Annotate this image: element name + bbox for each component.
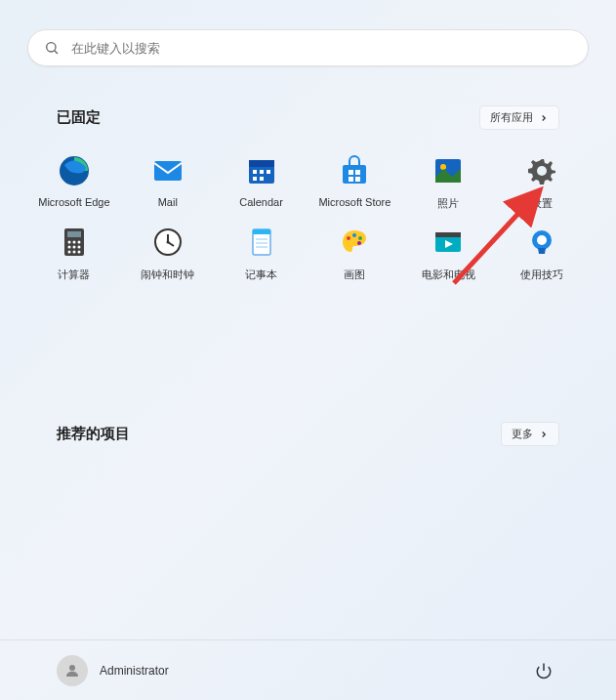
svg-point-41 — [358, 236, 362, 240]
search-icon — [44, 40, 60, 56]
recommended-header: 推荐的项目 更多 — [57, 422, 559, 446]
app-tile-calendar[interactable]: Calendar — [215, 149, 308, 217]
svg-point-28 — [72, 251, 75, 254]
app-tile-clock[interactable]: 闹钟和时钟 — [121, 221, 215, 288]
paint-icon — [339, 226, 370, 258]
app-label: Microsoft Edge — [38, 196, 109, 208]
svg-point-25 — [72, 246, 75, 249]
recommended-title: 推荐的项目 — [57, 425, 130, 443]
app-label: 闹钟和时钟 — [141, 268, 194, 282]
calculator-icon — [59, 226, 90, 258]
svg-rect-5 — [249, 160, 274, 167]
app-tile-settings[interactable]: 设置 — [495, 149, 589, 217]
all-apps-button[interactable]: 所有应用 — [479, 105, 559, 130]
svg-point-24 — [67, 246, 70, 249]
app-label: 照片 — [437, 196, 459, 211]
svg-point-40 — [352, 233, 356, 237]
svg-point-39 — [347, 236, 350, 240]
svg-point-48 — [69, 665, 75, 671]
svg-rect-7 — [260, 170, 264, 174]
svg-rect-12 — [349, 170, 353, 175]
app-tile-notepad[interactable]: 记事本 — [215, 221, 308, 288]
user-account-button[interactable]: Administrator — [57, 655, 169, 686]
app-label: 画图 — [344, 268, 365, 282]
settings-icon — [526, 155, 557, 186]
svg-point-23 — [77, 241, 80, 244]
app-tile-tips[interactable]: 使用技巧 — [495, 221, 589, 288]
app-label: Calendar — [239, 196, 283, 208]
bottom-bar: Administrator — [0, 639, 616, 700]
svg-rect-9 — [253, 177, 257, 181]
user-icon — [63, 662, 81, 679]
app-label: 电影和电视 — [422, 268, 475, 282]
svg-line-1 — [55, 51, 58, 54]
app-tile-calculator[interactable]: 计算器 — [27, 221, 121, 288]
svg-point-22 — [72, 241, 75, 244]
calendar-icon — [246, 155, 277, 186]
svg-rect-3 — [154, 161, 182, 181]
store-icon — [339, 155, 370, 186]
app-tile-paint[interactable]: 画图 — [308, 221, 402, 288]
app-label: Microsoft Store — [318, 196, 390, 208]
recommended-section: 推荐的项目 更多 — [27, 410, 589, 466]
app-label: 记事本 — [245, 268, 277, 282]
notepad-icon — [246, 226, 277, 258]
power-icon — [535, 662, 553, 679]
svg-rect-44 — [435, 232, 461, 237]
power-button[interactable] — [528, 655, 559, 686]
app-tile-edge[interactable]: Microsoft Edge — [27, 149, 121, 217]
avatar — [57, 655, 88, 686]
pinned-title: 已固定 — [57, 108, 101, 127]
svg-rect-14 — [349, 177, 353, 182]
app-label: 设置 — [531, 196, 553, 211]
svg-rect-35 — [253, 229, 270, 234]
svg-point-17 — [440, 164, 446, 170]
movies-icon — [432, 226, 464, 258]
app-label: Mail — [158, 196, 178, 208]
username: Administrator — [100, 664, 169, 678]
clock-icon — [152, 226, 184, 258]
app-label: 使用技巧 — [520, 268, 563, 282]
search-input[interactable] — [71, 41, 572, 56]
chevron-right-icon — [539, 430, 549, 439]
more-button[interactable]: 更多 — [501, 422, 559, 446]
svg-rect-8 — [267, 170, 270, 174]
svg-point-27 — [67, 251, 70, 254]
tips-icon — [526, 226, 557, 258]
svg-point-47 — [537, 235, 547, 245]
all-apps-label: 所有应用 — [490, 110, 533, 125]
svg-point-42 — [357, 241, 361, 245]
svg-rect-10 — [260, 177, 264, 181]
more-label: 更多 — [512, 427, 533, 441]
search-container — [27, 29, 589, 66]
edge-icon — [59, 155, 90, 186]
svg-rect-20 — [67, 231, 81, 237]
pinned-header: 已固定 所有应用 — [57, 105, 559, 130]
start-menu-panel: 已固定 所有应用 Microsoft Edge Mail Calendar — [0, 0, 616, 700]
svg-point-0 — [47, 43, 56, 52]
svg-rect-15 — [355, 177, 360, 182]
app-tile-store[interactable]: Microsoft Store — [308, 149, 402, 217]
app-tile-photos[interactable]: 照片 — [401, 149, 495, 217]
chevron-right-icon — [539, 113, 549, 123]
svg-point-21 — [67, 241, 70, 244]
svg-rect-13 — [355, 170, 360, 175]
svg-point-29 — [77, 251, 80, 254]
svg-point-26 — [77, 246, 80, 249]
search-box[interactable] — [27, 29, 589, 66]
svg-rect-11 — [343, 165, 366, 184]
svg-point-18 — [537, 166, 547, 176]
svg-point-33 — [166, 241, 169, 244]
app-tile-mail[interactable]: Mail — [121, 149, 215, 217]
mail-icon — [152, 155, 184, 186]
svg-rect-6 — [253, 170, 257, 174]
app-tile-movies[interactable]: 电影和电视 — [401, 221, 495, 288]
app-label: 计算器 — [58, 268, 90, 282]
pinned-apps-grid: Microsoft Edge Mail Calendar Microsoft S… — [27, 149, 589, 288]
photos-icon — [432, 155, 464, 186]
